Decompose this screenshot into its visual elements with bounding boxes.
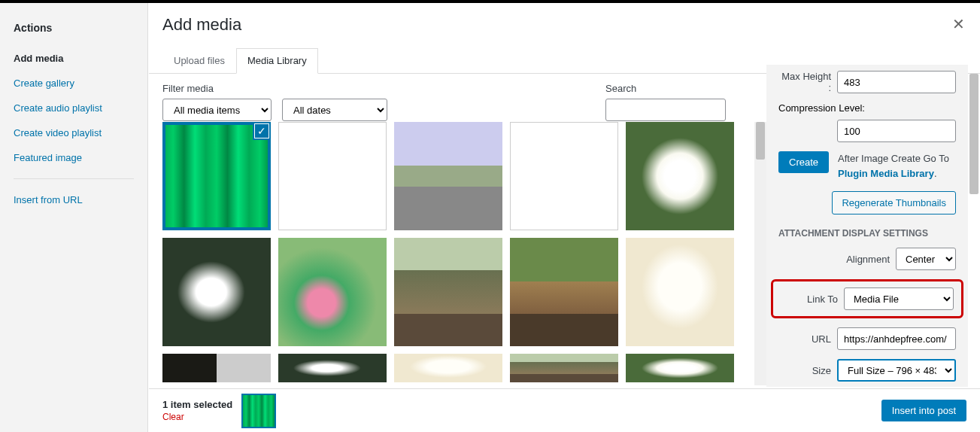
- thumb-image: [394, 354, 502, 382]
- thumb-image: [510, 238, 618, 346]
- right-panel-scrollbar[interactable]: [968, 65, 980, 388]
- url-input[interactable]: [837, 327, 956, 350]
- thumb-image: [394, 122, 502, 230]
- checkmark-icon[interactable]: ✓: [253, 122, 271, 140]
- after-create-text: After Image Create Go To Plugin Media Li…: [838, 151, 956, 181]
- thumb-image: [278, 354, 387, 382]
- media-thumb[interactable]: [162, 354, 271, 382]
- attachment-display-settings-title: Attachment Display Settings: [778, 228, 956, 239]
- media-thumb[interactable]: [394, 238, 502, 346]
- thumb-image: [626, 354, 734, 382]
- tab-upload-files[interactable]: Upload files: [162, 48, 236, 73]
- link-to-select[interactable]: Media File: [844, 287, 954, 310]
- clear-selection-link[interactable]: Clear: [162, 412, 232, 422]
- compression-label: Compression Level:: [778, 102, 865, 114]
- regenerate-thumbnails-button[interactable]: Regenerate Thumbnails: [832, 191, 956, 214]
- selected-thumb[interactable]: [243, 395, 275, 427]
- gallery-scrollbar[interactable]: [754, 122, 766, 385]
- thumb-image: [162, 354, 271, 382]
- media-thumb[interactable]: [626, 354, 734, 382]
- search-label: Search: [605, 83, 726, 94]
- media-thumb[interactable]: [510, 238, 618, 346]
- scrollbar-thumb[interactable]: [969, 74, 978, 194]
- thumb-image: [394, 238, 502, 346]
- thumb-image: [510, 122, 618, 230]
- scrollbar-thumb[interactable]: [756, 122, 765, 160]
- size-select[interactable]: Full Size – 796 × 483: [837, 359, 956, 382]
- filter-date-select[interactable]: All dates: [282, 99, 387, 121]
- media-thumb[interactable]: [510, 122, 618, 230]
- alignment-select[interactable]: Center: [896, 248, 956, 270]
- main-panel: Add media Upload files Media Library Fil…: [149, 3, 980, 432]
- thumb-image: [162, 238, 271, 346]
- search-input[interactable]: [605, 99, 726, 121]
- filter-type-select[interactable]: All media items: [162, 99, 272, 121]
- attachment-settings-panel: Max Height : Compression Level: Create A…: [766, 65, 968, 387]
- sidebar-item-create-gallery[interactable]: Create gallery: [14, 78, 134, 89]
- size-label: Size: [812, 365, 831, 376]
- actions-sidebar: Actions Add media Create gallery Create …: [0, 3, 148, 432]
- sidebar-item-create-video-playlist[interactable]: Create video playlist: [14, 127, 134, 138]
- thumb-image: [626, 238, 734, 346]
- media-thumb[interactable]: [278, 238, 387, 346]
- media-thumb[interactable]: [162, 238, 271, 346]
- media-gallery[interactable]: ✓: [162, 122, 754, 387]
- url-label: URL: [812, 333, 831, 345]
- create-button[interactable]: Create: [778, 151, 829, 173]
- media-thumb[interactable]: [510, 354, 618, 382]
- sidebar-item-create-audio-playlist[interactable]: Create audio playlist: [14, 102, 134, 114]
- plugin-media-library-link[interactable]: Plugin Media Library: [838, 168, 934, 179]
- thumb-image: [278, 122, 387, 230]
- media-thumb[interactable]: [278, 122, 387, 230]
- sidebar-divider: [14, 178, 134, 179]
- max-height-label: Max Height :: [778, 71, 831, 93]
- filter-label: Filter media: [162, 83, 272, 94]
- media-thumb[interactable]: ✓: [162, 122, 271, 230]
- media-thumb[interactable]: [394, 354, 502, 382]
- footer-bar: 1 item selected Clear Insert into post: [149, 388, 980, 432]
- insert-into-post-button[interactable]: Insert into post: [881, 400, 966, 421]
- sidebar-item-featured-image[interactable]: Featured image: [14, 152, 134, 163]
- sidebar-item-insert-from-url[interactable]: Insert from URL: [14, 194, 134, 205]
- media-thumb[interactable]: [394, 122, 502, 230]
- selection-count: 1 item selected: [162, 399, 232, 410]
- thumb-image: [626, 122, 734, 230]
- thumb-image: [278, 238, 387, 346]
- media-thumb[interactable]: [626, 238, 734, 346]
- alignment-label: Alignment: [846, 254, 890, 265]
- tab-media-library[interactable]: Media Library: [236, 48, 318, 74]
- sidebar-item-add-media[interactable]: Add media: [14, 53, 134, 64]
- sidebar-heading: Actions: [14, 22, 134, 34]
- link-to-highlight: Link To Media File: [771, 279, 963, 318]
- media-thumb[interactable]: [626, 122, 734, 230]
- link-to-label: Link To: [807, 294, 838, 305]
- media-thumb[interactable]: [278, 354, 387, 382]
- close-icon[interactable]: ✕: [952, 15, 965, 33]
- page-title: Add media: [149, 3, 980, 48]
- max-height-input[interactable]: [837, 71, 956, 93]
- compression-input[interactable]: [837, 120, 956, 142]
- thumb-image: [510, 354, 618, 382]
